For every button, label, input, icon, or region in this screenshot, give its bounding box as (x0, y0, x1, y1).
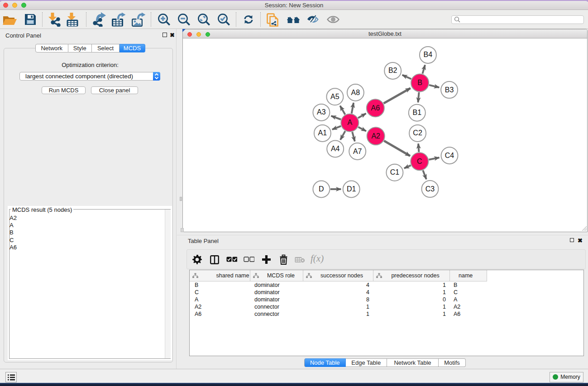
svg-text:A4: A4 (331, 145, 340, 152)
svg-text:C2: C2 (413, 129, 422, 137)
svg-text:B3: B3 (445, 86, 454, 94)
svg-text:C3: C3 (425, 185, 435, 193)
svg-text:B2: B2 (388, 67, 397, 74)
svg-text:A6: A6 (371, 104, 380, 112)
svg-text:A5: A5 (330, 93, 339, 100)
svg-text:D1: D1 (347, 185, 356, 193)
svg-text:A: A (347, 119, 352, 126)
svg-text:A7: A7 (353, 148, 362, 155)
svg-text:C: C (417, 157, 422, 165)
svg-text:B: B (417, 79, 422, 86)
svg-text:C4: C4 (445, 152, 454, 159)
svg-text:C1: C1 (390, 168, 400, 176)
svg-text:A8: A8 (351, 89, 360, 96)
svg-text:A1: A1 (318, 129, 327, 137)
svg-text:A2: A2 (371, 132, 380, 140)
svg-text:A3: A3 (317, 108, 326, 116)
svg-text:B4: B4 (424, 51, 433, 58)
svg-text:B1: B1 (413, 109, 422, 116)
svg-text:D: D (319, 185, 324, 193)
